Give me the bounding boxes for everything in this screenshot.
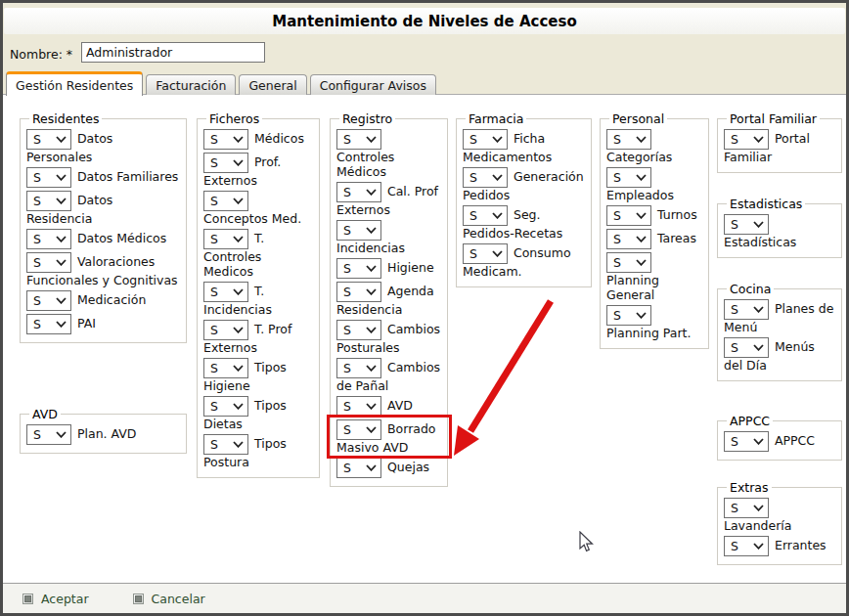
cancel-button[interactable]: Cancelar: [133, 592, 205, 606]
access-level-select[interactable]: S: [203, 320, 248, 340]
level-select-value: S: [731, 340, 738, 355]
chevron-down-icon: [366, 227, 377, 234]
group-residentes: ResidentesS Datos PersonalesS Datos Fami…: [20, 111, 187, 343]
chevron-down-icon: [366, 136, 377, 143]
access-level-select[interactable]: S: [336, 282, 381, 302]
chevron-down-icon: [56, 431, 67, 438]
access-level-select[interactable]: S: [336, 396, 381, 417]
access-level-select[interactable]: S: [336, 419, 381, 440]
access-level-select[interactable]: S: [26, 252, 71, 273]
permission-item: S Tareas: [606, 229, 702, 249]
chevron-down-icon: [492, 174, 503, 181]
accept-button[interactable]: Aceptar: [22, 592, 89, 606]
tab-general[interactable]: General: [239, 74, 306, 95]
access-level-select[interactable]: S: [463, 243, 508, 264]
permission-item: S T. Controles Medicos: [203, 229, 313, 279]
permission-label: Datos Familiares: [77, 169, 178, 184]
name-input[interactable]: [81, 42, 265, 63]
access-level-select[interactable]: S: [336, 320, 381, 340]
access-level-select[interactable]: S: [336, 129, 381, 150]
group-cocina: CocinaS Planes de MenúS Menús del Día: [717, 282, 842, 381]
chevron-down-icon: [56, 321, 67, 328]
chevron-down-icon: [753, 344, 764, 351]
level-select-value: S: [33, 232, 41, 246]
permission-item: S Ficha Medicamentos: [463, 129, 585, 164]
access-level-select[interactable]: S: [606, 167, 651, 188]
access-level-select[interactable]: S: [26, 424, 71, 445]
permission-item: S Generación Pedidos: [463, 167, 585, 202]
level-select-value: S: [343, 223, 351, 238]
permission-item: S Categorías: [606, 129, 702, 164]
access-level-select[interactable]: S: [724, 214, 769, 235]
level-select-value: S: [210, 132, 218, 147]
access-level-select[interactable]: S: [336, 358, 381, 378]
access-level-select[interactable]: S: [203, 434, 248, 455]
access-level-select[interactable]: S: [26, 167, 71, 188]
access-level-select[interactable]: S: [724, 337, 769, 358]
chevron-down-icon: [56, 174, 67, 181]
access-level-select[interactable]: S: [26, 129, 71, 150]
access-level-select[interactable]: S: [724, 498, 769, 518]
access-level-select[interactable]: S: [203, 358, 248, 378]
permission-item: S Datos Médicos: [26, 229, 180, 249]
access-level-select[interactable]: S: [463, 167, 508, 188]
permission-item: S Medicación: [26, 290, 180, 311]
access-level-select[interactable]: S: [724, 129, 769, 150]
access-level-select[interactable]: S: [724, 299, 769, 320]
permission-label: Plan. AVD: [77, 426, 136, 441]
chevron-down-icon: [233, 365, 244, 372]
access-level-select[interactable]: S: [336, 182, 381, 202]
access-level-select[interactable]: S: [203, 229, 248, 249]
permission-item: S Portal Familiar: [724, 129, 835, 164]
level-select-value: S: [613, 170, 621, 185]
access-level-select[interactable]: S: [203, 153, 248, 173]
permission-item: S Planning General: [606, 252, 702, 302]
chevron-down-icon: [56, 297, 67, 304]
permission-item: S AVD: [336, 396, 441, 417]
chevron-down-icon: [636, 136, 647, 143]
cancel-icon: [133, 594, 144, 604]
group-estadisticas: EstadisticasS Estadísticas: [717, 197, 842, 258]
access-level-select[interactable]: S: [203, 282, 248, 302]
access-level-select[interactable]: S: [336, 258, 381, 279]
level-select-value: S: [613, 232, 621, 246]
permission-label: Lavandería: [724, 518, 792, 533]
level-select-value: S: [343, 185, 351, 199]
tab-configurar-avisos[interactable]: Configurar Avisos: [310, 74, 436, 95]
access-level-select[interactable]: S: [463, 205, 508, 226]
permission-item: S Menús del Día: [724, 337, 835, 373]
tab-facturaci-n[interactable]: Facturación: [146, 74, 236, 95]
level-select-value: S: [210, 232, 218, 246]
access-level-select[interactable]: S: [724, 536, 769, 556]
access-level-select[interactable]: S: [26, 314, 71, 334]
level-select-value: S: [210, 285, 218, 299]
access-level-select[interactable]: S: [203, 396, 248, 417]
group-legend: Residentes: [29, 111, 102, 126]
chevron-down-icon: [753, 438, 764, 445]
chevron-down-icon: [366, 365, 377, 372]
tab-gesti-n-residentes[interactable]: Gestión Residentes: [6, 71, 143, 96]
access-level-select[interactable]: S: [606, 129, 651, 150]
access-level-select[interactable]: S: [606, 252, 651, 273]
access-level-select[interactable]: S: [606, 229, 651, 249]
access-level-select[interactable]: S: [26, 290, 71, 311]
level-select-value: S: [469, 246, 477, 261]
permission-label: Controles Médicos: [336, 150, 394, 179]
level-select-value: S: [469, 208, 477, 223]
level-select-value: S: [731, 132, 738, 147]
chevron-down-icon: [366, 288, 377, 295]
access-level-select[interactable]: S: [26, 191, 71, 211]
access-level-select[interactable]: S: [26, 229, 71, 249]
access-level-select[interactable]: S: [203, 129, 248, 150]
access-level-select[interactable]: S: [606, 205, 651, 226]
chevron-down-icon: [56, 136, 67, 143]
access-level-select[interactable]: S: [606, 305, 651, 326]
chevron-down-icon: [56, 236, 67, 242]
access-level-select[interactable]: S: [336, 220, 381, 241]
access-level-select[interactable]: S: [203, 191, 248, 211]
access-level-select[interactable]: S: [336, 458, 381, 478]
chevron-down-icon: [56, 259, 67, 266]
access-level-select[interactable]: S: [463, 129, 508, 150]
access-level-select[interactable]: S: [724, 431, 769, 452]
permission-label: Quejas: [387, 460, 429, 474]
